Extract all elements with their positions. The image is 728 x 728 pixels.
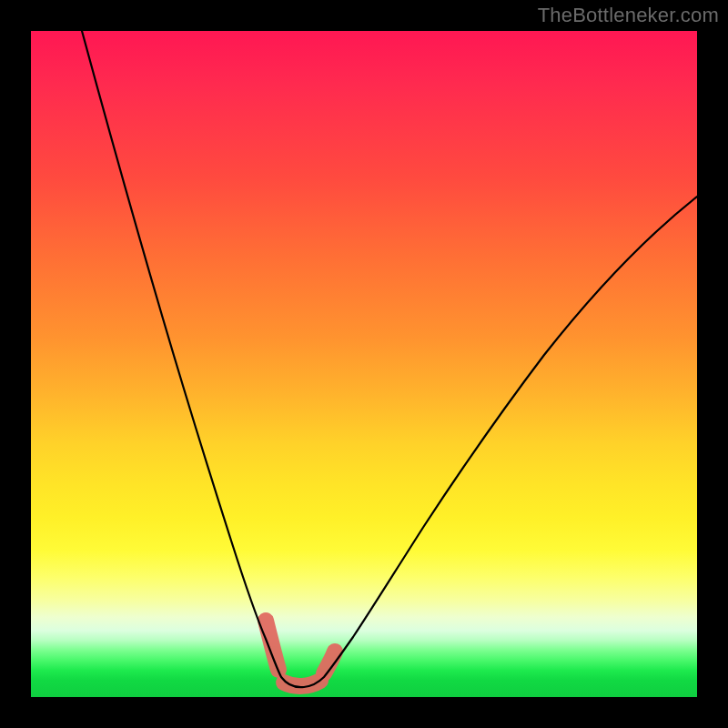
plot-area [31, 31, 697, 697]
chart-frame: TheBottleneker.com [0, 0, 728, 728]
curve-layer [31, 31, 697, 697]
bottleneck-curve [82, 31, 697, 687]
watermark-label: TheBottleneker.com [538, 4, 719, 27]
